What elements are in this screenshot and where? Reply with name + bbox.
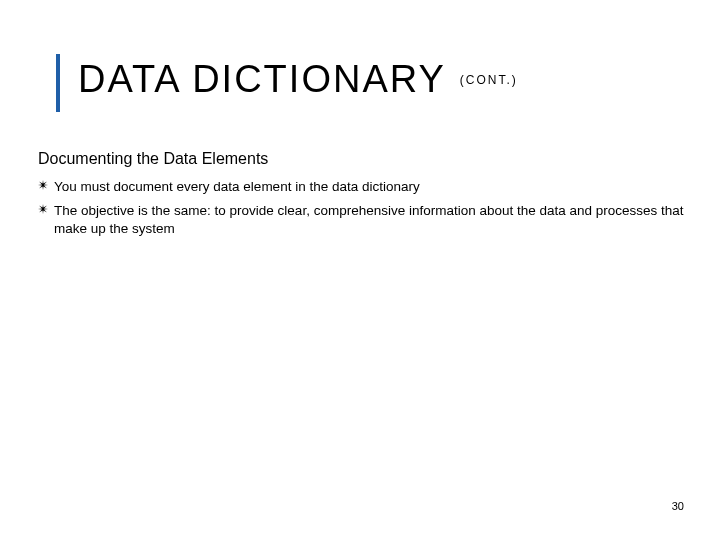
list-item: The objective is the same: to provide cl…	[38, 202, 696, 238]
section-subtitle: Documenting the Data Elements	[38, 150, 268, 168]
title-block: DATA DICTIONARY (CONT.)	[56, 58, 518, 101]
list-item: You must document every data element in …	[38, 178, 696, 196]
bullet-text: You must document every data element in …	[54, 178, 696, 196]
slide-title: DATA DICTIONARY	[78, 58, 446, 101]
bullet-list: You must document every data element in …	[38, 178, 696, 245]
page-number: 30	[672, 500, 684, 512]
bullet-text: The objective is the same: to provide cl…	[54, 202, 696, 238]
slide: DATA DICTIONARY (CONT.) Documenting the …	[0, 0, 720, 540]
burst-icon	[38, 180, 50, 192]
burst-icon	[38, 204, 50, 216]
svg-marker-0	[38, 180, 48, 190]
slide-title-cont: (CONT.)	[460, 73, 518, 87]
svg-marker-1	[38, 204, 48, 214]
